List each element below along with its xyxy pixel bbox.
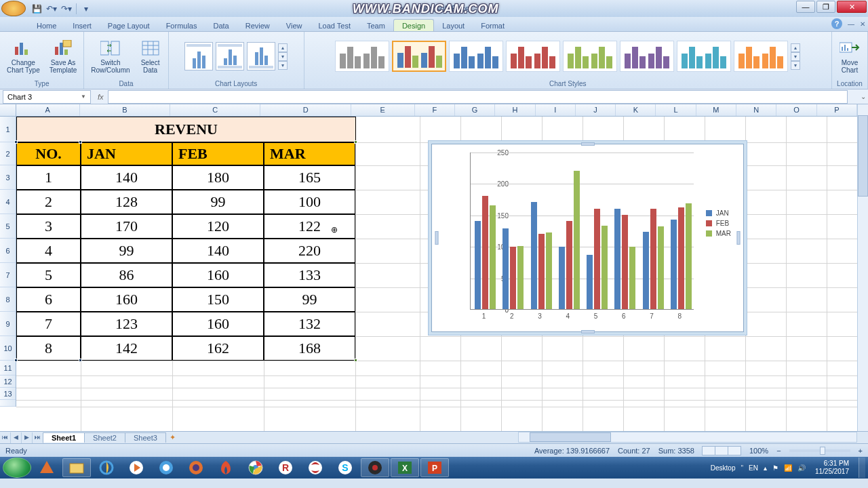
show-desktop-label[interactable]: Desktop: [711, 464, 736, 472]
chart-style-option[interactable]: [677, 41, 731, 72]
table-cell[interactable]: 160: [172, 263, 264, 287]
chart-bar[interactable]: [629, 247, 635, 309]
tab-formulas[interactable]: Formulas: [158, 20, 205, 31]
tab-insert[interactable]: Insert: [64, 20, 100, 31]
show-desktop-button[interactable]: [859, 458, 865, 478]
table-cell[interactable]: 99: [81, 239, 172, 263]
table-cell[interactable]: 132: [264, 312, 355, 336]
taskbar-app-excel[interactable]: X: [391, 458, 419, 477]
table-cell[interactable]: 99: [264, 287, 355, 312]
tab-load-test[interactable]: Load Test: [310, 20, 359, 31]
tab-data[interactable]: Data: [205, 20, 237, 31]
chart-resize-handle[interactable]: [581, 330, 595, 333]
close-button[interactable]: ✕: [837, 1, 867, 13]
tab-format[interactable]: Format: [473, 20, 513, 31]
sheet-tab[interactable]: Sheet2: [84, 432, 125, 443]
legend-item[interactable]: MAR: [706, 230, 731, 237]
table-cell[interactable]: 8: [16, 336, 81, 361]
formula-bar-expand-icon[interactable]: ⌄: [859, 93, 868, 100]
column-header[interactable]: G: [455, 104, 495, 116]
table-cell[interactable]: 120: [172, 214, 264, 239]
sheet-nav-first-icon[interactable]: ⏮: [0, 432, 11, 443]
chart-bar[interactable]: [490, 205, 496, 309]
taskbar-app[interactable]: [361, 458, 389, 477]
column-header[interactable]: E: [351, 104, 415, 116]
taskbar-app[interactable]: [241, 458, 270, 477]
taskbar-app[interactable]: [122, 458, 151, 477]
formula-bar[interactable]: [108, 90, 848, 104]
taskbar-app[interactable]: [182, 458, 210, 477]
chart-bar[interactable]: [678, 207, 684, 309]
zoom-level[interactable]: 100%: [749, 447, 768, 455]
table-cell[interactable]: 99: [172, 190, 264, 214]
table-cell[interactable]: 123: [81, 312, 172, 336]
column-header[interactable]: L: [656, 104, 696, 116]
table-cell[interactable]: 140: [81, 165, 172, 190]
table-cell[interactable]: 4: [16, 239, 81, 263]
taskbar-app[interactable]: [92, 458, 121, 477]
row-header[interactable]: [0, 400, 16, 407]
tab-review[interactable]: Review: [237, 20, 278, 31]
minimize-button[interactable]: —: [796, 1, 815, 13]
row-header[interactable]: 8: [0, 287, 16, 312]
table-cell[interactable]: 1: [16, 165, 81, 190]
table-cell[interactable]: 220: [264, 239, 355, 263]
taskbar-app[interactable]: [212, 458, 240, 477]
select-data-button[interactable]: Select Data: [137, 37, 164, 75]
scrollbar-thumb[interactable]: [530, 432, 611, 442]
view-normal-icon[interactable]: [702, 446, 715, 455]
move-chart-button[interactable]: Move Chart: [836, 37, 863, 75]
tray-network-icon[interactable]: 📶: [784, 464, 792, 472]
office-button[interactable]: [1, 1, 26, 16]
redo-icon[interactable]: ↷▾: [61, 3, 72, 14]
chart-layout-option[interactable]: [216, 42, 244, 70]
save-as-template-button[interactable]: Save As Template: [47, 37, 80, 75]
undo-icon[interactable]: ↶▾: [46, 3, 57, 14]
column-header[interactable]: A: [16, 104, 80, 116]
sheet-nav-next-icon[interactable]: ▶: [22, 432, 33, 443]
help-icon[interactable]: ?: [831, 18, 842, 29]
chart-resize-handle[interactable]: [435, 231, 439, 245]
chart-bar[interactable]: [614, 209, 620, 309]
taskbar-app[interactable]: R: [271, 458, 300, 477]
tab-view[interactable]: View: [278, 20, 311, 31]
chart-resize-handle[interactable]: [581, 142, 595, 146]
chart-layout-option[interactable]: [247, 42, 275, 70]
tray-flag-icon[interactable]: ⚑: [772, 464, 778, 472]
table-cell[interactable]: 142: [81, 336, 172, 361]
language-indicator[interactable]: EN: [749, 464, 758, 472]
chart-bar[interactable]: [574, 171, 580, 309]
chart-legend[interactable]: JANFEBMAR: [706, 207, 731, 240]
row-header[interactable]: 11: [0, 361, 16, 375]
sheet-nav-prev-icon[interactable]: ◀: [11, 432, 22, 443]
chart-bar[interactable]: [538, 234, 545, 309]
row-header[interactable]: 4: [0, 190, 16, 214]
table-cell[interactable]: 7: [16, 312, 81, 336]
row-header[interactable]: 9: [0, 312, 16, 336]
chart-plot-area[interactable]: 050100150200250 12345678 JANFEBMAR: [440, 152, 735, 323]
table-cell[interactable]: 122: [264, 214, 355, 239]
new-sheet-button[interactable]: ✦: [166, 433, 180, 442]
table-cell[interactable]: 165: [264, 165, 355, 190]
start-button[interactable]: [3, 458, 31, 478]
fx-icon[interactable]: fx: [98, 93, 104, 101]
qat-customize-icon[interactable]: ▾: [81, 3, 92, 14]
taskbar-app[interactable]: [33, 458, 61, 477]
name-box[interactable]: Chart 3 ▼: [3, 90, 91, 104]
chart-style-option[interactable]: [506, 41, 560, 72]
chart-bar[interactable]: [510, 247, 516, 309]
row-header[interactable]: 12: [0, 375, 16, 388]
column-header[interactable]: C: [170, 104, 260, 116]
table-header-cell[interactable]: FEB: [172, 142, 264, 165]
column-header[interactable]: D: [260, 104, 351, 116]
scrollbar-thumb[interactable]: [858, 115, 868, 197]
chart-bar[interactable]: [643, 232, 649, 309]
chart-bar[interactable]: [658, 226, 664, 309]
row-header[interactable]: 5: [0, 214, 16, 239]
chart-style-option[interactable]: [734, 41, 788, 72]
column-header[interactable]: M: [696, 104, 736, 116]
chart-resize-handle[interactable]: [737, 231, 741, 245]
vertical-scrollbar[interactable]: [857, 104, 868, 431]
table-header-cell[interactable]: NO.: [16, 142, 81, 165]
zoom-out-icon[interactable]: −: [776, 447, 781, 455]
